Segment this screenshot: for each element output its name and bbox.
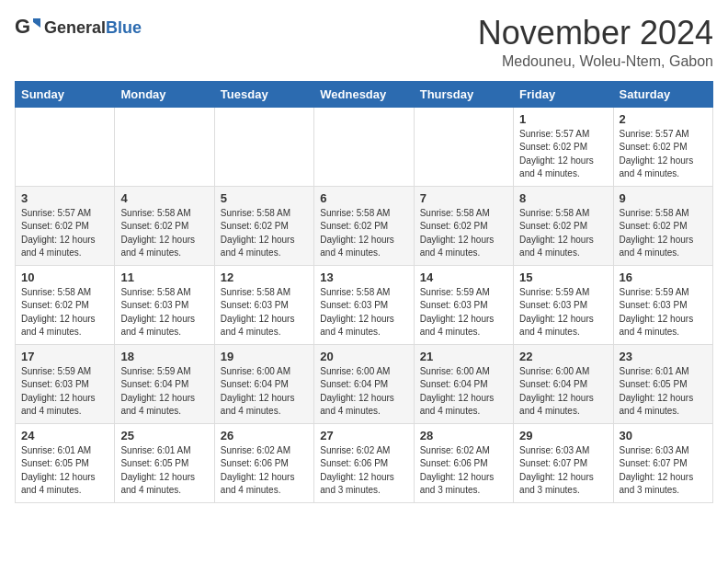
day-number: 26: [221, 429, 308, 442]
calendar-week-row: 10Sunrise: 5:58 AM Sunset: 6:02 PM Dayli…: [16, 265, 713, 344]
svg-text:G: G: [15, 15, 30, 38]
day-number: 28: [420, 429, 507, 442]
day-info: Sunrise: 6:01 AM Sunset: 6:05 PM Dayligh…: [21, 444, 108, 498]
day-number: 13: [320, 270, 407, 284]
calendar-cell: 13Sunrise: 5:58 AM Sunset: 6:03 PM Dayli…: [314, 265, 414, 344]
day-info: Sunrise: 5:58 AM Sunset: 6:02 PM Dayligh…: [320, 207, 407, 260]
calendar-body: 1Sunrise: 5:57 AM Sunset: 6:02 PM Daylig…: [16, 107, 713, 502]
day-info: Sunrise: 6:01 AM Sunset: 6:05 PM Dayligh…: [620, 365, 707, 419]
calendar-cell: 6Sunrise: 5:58 AM Sunset: 6:02 PM Daylig…: [314, 186, 414, 265]
calendar-cell: 30Sunrise: 6:03 AM Sunset: 6:07 PM Dayli…: [613, 423, 712, 502]
day-number: 6: [320, 191, 407, 205]
day-number: 22: [519, 350, 607, 363]
day-info: Sunrise: 5:59 AM Sunset: 6:03 PM Dayligh…: [519, 286, 607, 339]
day-info: Sunrise: 5:59 AM Sunset: 6:04 PM Dayligh…: [120, 365, 208, 419]
calendar-table: SundayMondayTuesdayWednesdayThursdayFrid…: [15, 81, 713, 503]
logo-general-text: General: [44, 18, 106, 37]
day-info: Sunrise: 5:59 AM Sunset: 6:03 PM Dayligh…: [420, 286, 507, 339]
logo: G GeneralBlue: [15, 15, 142, 40]
day-number: 25: [120, 429, 208, 442]
day-number: 24: [21, 429, 108, 442]
day-info: Sunrise: 5:58 AM Sunset: 6:02 PM Dayligh…: [519, 207, 607, 260]
day-number: 2: [620, 112, 707, 126]
day-number: 20: [320, 350, 407, 363]
weekday-header-row: SundayMondayTuesdayWednesdayThursdayFrid…: [16, 81, 713, 107]
day-number: 4: [120, 191, 208, 205]
calendar-week-row: 3Sunrise: 5:57 AM Sunset: 6:02 PM Daylig…: [16, 186, 713, 265]
day-number: 9: [620, 191, 707, 205]
logo-blue-text: Blue: [106, 18, 142, 37]
calendar-cell: 7Sunrise: 5:58 AM Sunset: 6:02 PM Daylig…: [414, 186, 513, 265]
calendar-cell: 20Sunrise: 6:00 AM Sunset: 6:04 PM Dayli…: [314, 344, 414, 423]
day-info: Sunrise: 5:58 AM Sunset: 6:03 PM Dayligh…: [221, 286, 308, 339]
calendar-cell: 12Sunrise: 5:58 AM Sunset: 6:03 PM Dayli…: [214, 265, 313, 344]
calendar-cell: 28Sunrise: 6:02 AM Sunset: 6:06 PM Dayli…: [414, 423, 513, 502]
calendar-cell: [115, 107, 214, 186]
day-info: Sunrise: 5:57 AM Sunset: 6:02 PM Dayligh…: [519, 128, 607, 181]
day-info: Sunrise: 6:01 AM Sunset: 6:05 PM Dayligh…: [120, 444, 208, 498]
day-number: 5: [221, 191, 308, 205]
day-number: 17: [21, 350, 108, 363]
weekday-header-cell: Wednesday: [314, 81, 414, 107]
calendar-cell: 9Sunrise: 5:58 AM Sunset: 6:02 PM Daylig…: [613, 186, 712, 265]
day-number: 14: [420, 270, 507, 284]
day-info: Sunrise: 5:58 AM Sunset: 6:02 PM Dayligh…: [420, 207, 507, 260]
weekday-header-cell: Tuesday: [214, 81, 313, 107]
calendar-cell: 15Sunrise: 5:59 AM Sunset: 6:03 PM Dayli…: [514, 265, 613, 344]
calendar-cell: 19Sunrise: 6:00 AM Sunset: 6:04 PM Dayli…: [214, 344, 313, 423]
calendar-cell: 17Sunrise: 5:59 AM Sunset: 6:03 PM Dayli…: [16, 344, 115, 423]
day-number: 30: [620, 429, 707, 442]
page-header: G GeneralBlue November 2024 Medouneu, Wo…: [15, 15, 713, 70]
weekday-header-cell: Thursday: [414, 81, 513, 107]
svg-marker-1: [33, 18, 40, 28]
day-info: Sunrise: 5:58 AM Sunset: 6:03 PM Dayligh…: [120, 286, 208, 339]
month-title: November 2024: [478, 15, 713, 52]
calendar-week-row: 24Sunrise: 6:01 AM Sunset: 6:05 PM Dayli…: [16, 423, 713, 502]
calendar-cell: 2Sunrise: 5:57 AM Sunset: 6:02 PM Daylig…: [613, 107, 712, 186]
day-info: Sunrise: 6:00 AM Sunset: 6:04 PM Dayligh…: [221, 365, 308, 419]
day-number: 8: [519, 191, 607, 205]
weekday-header-cell: Friday: [514, 81, 613, 107]
calendar-week-row: 1Sunrise: 5:57 AM Sunset: 6:02 PM Daylig…: [16, 107, 713, 186]
weekday-header-cell: Sunday: [16, 81, 115, 107]
calendar-cell: 22Sunrise: 6:00 AM Sunset: 6:04 PM Dayli…: [514, 344, 613, 423]
day-number: 29: [519, 429, 607, 442]
calendar-cell: 27Sunrise: 6:02 AM Sunset: 6:06 PM Dayli…: [314, 423, 414, 502]
calendar-cell: 26Sunrise: 6:02 AM Sunset: 6:06 PM Dayli…: [214, 423, 313, 502]
day-number: 16: [620, 270, 707, 284]
calendar-cell: 10Sunrise: 5:58 AM Sunset: 6:02 PM Dayli…: [16, 265, 115, 344]
day-info: Sunrise: 5:58 AM Sunset: 6:02 PM Dayligh…: [620, 207, 707, 260]
day-number: 7: [420, 191, 507, 205]
day-info: Sunrise: 5:58 AM Sunset: 6:03 PM Dayligh…: [320, 286, 407, 339]
calendar-cell: 8Sunrise: 5:58 AM Sunset: 6:02 PM Daylig…: [514, 186, 613, 265]
calendar-cell: [214, 107, 313, 186]
day-number: 11: [120, 270, 208, 284]
day-info: Sunrise: 5:59 AM Sunset: 6:03 PM Dayligh…: [620, 286, 707, 339]
calendar-cell: 16Sunrise: 5:59 AM Sunset: 6:03 PM Dayli…: [613, 265, 712, 344]
day-number: 10: [21, 270, 108, 284]
calendar-cell: 21Sunrise: 6:00 AM Sunset: 6:04 PM Dayli…: [414, 344, 513, 423]
day-info: Sunrise: 5:59 AM Sunset: 6:03 PM Dayligh…: [21, 365, 108, 419]
day-number: 1: [519, 112, 607, 126]
day-number: 21: [420, 350, 507, 363]
day-info: Sunrise: 6:02 AM Sunset: 6:06 PM Dayligh…: [420, 444, 507, 498]
calendar-cell: 1Sunrise: 5:57 AM Sunset: 6:02 PM Daylig…: [514, 107, 613, 186]
calendar-cell: 29Sunrise: 6:03 AM Sunset: 6:07 PM Dayli…: [514, 423, 613, 502]
calendar-cell: 11Sunrise: 5:58 AM Sunset: 6:03 PM Dayli…: [115, 265, 214, 344]
day-info: Sunrise: 5:57 AM Sunset: 6:02 PM Dayligh…: [21, 207, 108, 260]
weekday-header-cell: Monday: [115, 81, 214, 107]
day-number: 27: [320, 429, 407, 442]
day-info: Sunrise: 6:03 AM Sunset: 6:07 PM Dayligh…: [620, 444, 707, 498]
day-info: Sunrise: 5:58 AM Sunset: 6:02 PM Dayligh…: [21, 286, 108, 339]
day-info: Sunrise: 5:57 AM Sunset: 6:02 PM Dayligh…: [620, 128, 707, 181]
calendar-cell: 5Sunrise: 5:58 AM Sunset: 6:02 PM Daylig…: [214, 186, 313, 265]
day-info: Sunrise: 6:02 AM Sunset: 6:06 PM Dayligh…: [221, 444, 308, 498]
day-number: 15: [519, 270, 607, 284]
weekday-header-cell: Saturday: [613, 81, 712, 107]
calendar-cell: [16, 107, 115, 186]
day-info: Sunrise: 5:58 AM Sunset: 6:02 PM Dayligh…: [221, 207, 308, 260]
day-number: 19: [221, 350, 308, 363]
calendar-cell: 14Sunrise: 5:59 AM Sunset: 6:03 PM Dayli…: [414, 265, 513, 344]
title-area: November 2024 Medouneu, Woleu-Ntem, Gabo…: [478, 15, 713, 70]
calendar-cell: [314, 107, 414, 186]
